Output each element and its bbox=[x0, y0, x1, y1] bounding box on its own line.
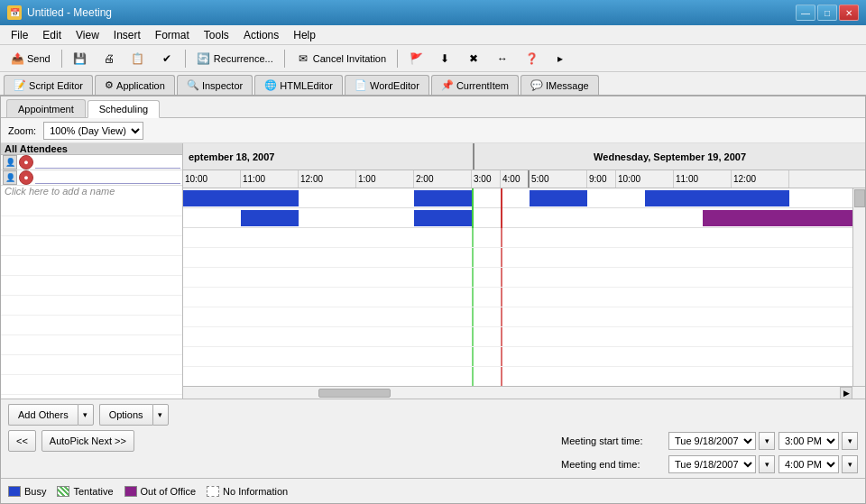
tab-imessage[interactable]: 💬 IMessage bbox=[521, 75, 599, 95]
toolbar-btn-3[interactable]: 📋 bbox=[124, 48, 152, 69]
h-scroll-thumb[interactable] bbox=[318, 389, 391, 398]
add-others-split-button[interactable]: Add Others ▾ bbox=[8, 404, 94, 426]
tab-script-editor[interactable]: 📝 Script Editor bbox=[4, 75, 93, 95]
toolbar-x[interactable]: ✖ bbox=[460, 48, 487, 69]
scroll-thumb[interactable] bbox=[854, 189, 865, 207]
tab-inspector[interactable]: 🔍 Inspector bbox=[177, 75, 253, 95]
action-buttons-row: Add Others ▾ Options ▾ bbox=[8, 404, 858, 426]
empty-row bbox=[1, 216, 182, 236]
toolbar-flag[interactable]: 🚩 bbox=[402, 48, 429, 69]
legend-tentative-box bbox=[57, 486, 69, 497]
scroll-right[interactable]: ▶ bbox=[840, 387, 852, 399]
empty-grid-row bbox=[183, 288, 852, 307]
maximize-button[interactable]: □ bbox=[817, 5, 837, 21]
tab-scheduling[interactable]: Scheduling bbox=[88, 100, 160, 118]
legend-bar: Busy Tentative Out of Office No Informat… bbox=[1, 478, 865, 503]
empty-grid-row bbox=[183, 248, 852, 268]
empty-row bbox=[1, 197, 182, 216]
time-9: 9:00 bbox=[587, 170, 616, 188]
print-icon: 🖨 bbox=[102, 51, 116, 66]
down-icon: ⬇ bbox=[438, 51, 452, 66]
toolbar-btn-2[interactable]: 🖨 bbox=[96, 48, 123, 69]
legend-noinfo-box bbox=[207, 486, 219, 497]
date-headers: eptember 18, 2007 Wednesday, September 1… bbox=[183, 143, 865, 170]
zoom-bar: Zoom: 100% (Day View) bbox=[1, 118, 865, 143]
check-icon: ✔ bbox=[160, 51, 174, 66]
menu-tools[interactable]: Tools bbox=[197, 27, 236, 43]
move-icon: ↔ bbox=[495, 51, 510, 66]
minimize-button[interactable]: — bbox=[796, 5, 815, 21]
autopick-next-button[interactable]: AutoPick Next >> bbox=[41, 430, 134, 452]
legend-busy-box bbox=[8, 486, 21, 497]
empty-row bbox=[1, 276, 182, 296]
send-button[interactable]: 📤 Send bbox=[4, 48, 57, 69]
options-main[interactable]: Options bbox=[99, 404, 152, 426]
start-date-select[interactable]: Tue 9/18/2007 bbox=[668, 432, 756, 450]
tab-wordeditor[interactable]: 📄 WordEditor bbox=[345, 75, 429, 95]
time-2: 2:00 bbox=[414, 170, 472, 188]
start-time-dropdown[interactable]: ▾ bbox=[842, 432, 858, 450]
start-date-dropdown[interactable]: ▾ bbox=[759, 432, 775, 450]
menu-file[interactable]: File bbox=[4, 27, 35, 43]
empty-grid-row bbox=[183, 327, 852, 347]
tab-application[interactable]: ⚙ Application bbox=[95, 75, 175, 95]
vertical-scrollbar[interactable] bbox=[852, 188, 865, 386]
start-time-select[interactable]: 3:00 PM bbox=[778, 432, 839, 450]
recurrence-button[interactable]: 🔄 Recurrence... bbox=[190, 48, 280, 69]
tab-scheduling-label: Scheduling bbox=[99, 104, 148, 115]
legend-tentative: Tentative bbox=[57, 486, 113, 497]
window-title: Untitled - Meeting bbox=[27, 6, 796, 19]
menu-view[interactable]: View bbox=[69, 27, 106, 43]
title-bar: 📅 Untitled - Meeting — □ ✕ bbox=[0, 0, 866, 25]
end-time-dropdown[interactable]: ▾ bbox=[842, 455, 858, 473]
window-controls: — □ ✕ bbox=[796, 5, 859, 21]
options-split-button[interactable]: Options ▾ bbox=[99, 404, 169, 426]
send-icon: 📤 bbox=[10, 51, 24, 66]
toolbar-move[interactable]: ↔ bbox=[489, 48, 516, 69]
menu-actions[interactable]: Actions bbox=[236, 27, 286, 43]
busy-block-1 bbox=[183, 190, 299, 206]
zoom-select[interactable]: 100% (Day View) bbox=[43, 122, 143, 140]
menu-format[interactable]: Format bbox=[148, 27, 197, 43]
tab-appointment[interactable]: Appointment bbox=[6, 99, 86, 117]
tab-currentitem[interactable]: 📌 CurrentItem bbox=[431, 75, 519, 95]
add-name-row[interactable]: Click here to add a name bbox=[1, 186, 182, 197]
start-time-label: Meeting start time: bbox=[561, 435, 665, 446]
date-left: eptember 18, 2007 bbox=[183, 143, 474, 170]
menu-help[interactable]: Help bbox=[286, 27, 323, 43]
toolbar-separator bbox=[61, 50, 62, 68]
end-date-dropdown[interactable]: ▾ bbox=[759, 455, 775, 473]
legend-busy: Busy bbox=[8, 486, 46, 497]
toolbar-btn-1[interactable]: 💾 bbox=[67, 48, 94, 69]
cancel-invitation-button[interactable]: ✉ Cancel Invitation bbox=[290, 48, 392, 69]
attendees-header: All Attendees bbox=[1, 143, 182, 155]
bottom-controls: Add Others ▾ Options ▾ << AutoPick Next … bbox=[1, 399, 865, 478]
end-date-select[interactable]: Tue 9/18/2007 bbox=[668, 455, 756, 473]
nav-buttons-row: << AutoPick Next >> Meeting start time: … bbox=[8, 430, 858, 452]
toolbar-btn-4[interactable]: ✔ bbox=[153, 48, 180, 69]
end-time-select[interactable]: 4:00 PM bbox=[778, 455, 839, 473]
horizontal-scrollbar[interactable]: ▶ bbox=[183, 386, 865, 399]
grid-row-2 bbox=[183, 208, 852, 228]
toolbar-separator-4 bbox=[397, 50, 398, 68]
grid-area bbox=[183, 188, 865, 386]
options-dropdown[interactable]: ▾ bbox=[152, 404, 169, 426]
toolbar-help[interactable]: ❓ bbox=[518, 48, 545, 69]
add-others-main[interactable]: Add Others bbox=[8, 404, 78, 426]
menu-edit[interactable]: Edit bbox=[35, 27, 69, 43]
add-others-dropdown[interactable]: ▾ bbox=[78, 404, 94, 426]
toolbar-down[interactable]: ⬇ bbox=[431, 48, 458, 69]
toolbar-more[interactable]: ▸ bbox=[547, 48, 574, 69]
busy-block-6 bbox=[414, 210, 472, 226]
time-5: 5:00 bbox=[530, 170, 587, 188]
time-12-2: 12:00 bbox=[732, 170, 789, 188]
toolbar: 📤 Send 💾 🖨 📋 ✔ 🔄 Recurrence... ✉ Cancel … bbox=[0, 45, 866, 72]
close-button[interactable]: ✕ bbox=[839, 5, 859, 21]
busy-block-5 bbox=[241, 210, 299, 226]
zoom-label: Zoom: bbox=[8, 125, 36, 136]
prev-button[interactable]: << bbox=[8, 430, 36, 452]
secondary-tab-bar: 📝 Script Editor ⚙ Application 🔍 Inspecto… bbox=[0, 72, 866, 96]
menu-insert[interactable]: Insert bbox=[106, 27, 148, 43]
tab-htmleditor[interactable]: 🌐 HTMLEditor bbox=[254, 75, 343, 95]
empty-grid-row bbox=[183, 228, 852, 248]
